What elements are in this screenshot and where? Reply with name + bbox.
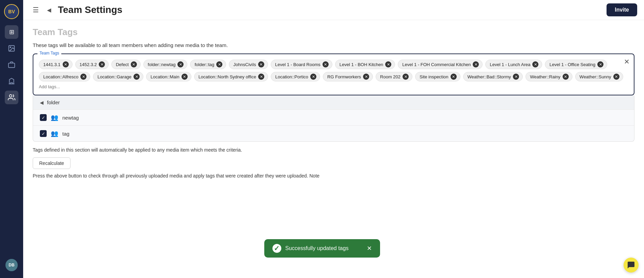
dropdown-folder-header[interactable]: ◀ folder: [33, 95, 634, 109]
tag-chip: Location::Main✕: [146, 72, 191, 81]
tag-remove-button[interactable]: ✕: [258, 61, 264, 67]
dropdown-item-newtag-label: newtag: [62, 115, 79, 121]
tag-remove-button[interactable]: ✕: [80, 74, 87, 80]
tag-remove-button[interactable]: ✕: [63, 61, 69, 67]
sidebar-avatar[interactable]: DB: [5, 259, 18, 271]
tag-remove-button[interactable]: ✕: [310, 74, 316, 80]
tag-chip: 1441.3.1✕: [39, 60, 73, 69]
tag-chip: Site inspection✕: [415, 72, 460, 81]
people-icon-newtag: 👥: [51, 114, 58, 121]
tag-chip-label: Level 1 - Board Rooms: [275, 62, 320, 67]
tag-remove-button[interactable]: ✕: [451, 74, 457, 80]
tag-remove-button[interactable]: ✕: [473, 61, 479, 67]
tag-remove-button[interactable]: ✕: [563, 74, 569, 80]
tag-remove-button[interactable]: ✕: [385, 61, 391, 67]
tag-remove-button[interactable]: ✕: [513, 74, 519, 80]
tag-remove-button[interactable]: ✕: [216, 61, 222, 67]
tag-chip-label: folder::newtag: [148, 62, 176, 67]
tag-remove-button[interactable]: ✕: [363, 74, 369, 80]
tag-remove-button[interactable]: ✕: [323, 61, 329, 67]
sidebar-item-building[interactable]: [5, 74, 18, 88]
chat-widget[interactable]: [624, 258, 639, 273]
tag-chip-label: Level 1 - FOH Commercial Kitchen: [402, 62, 471, 67]
dropdown-item-tag: ✓ 👥 tag: [33, 125, 634, 141]
tag-chip-label: Level 1 - Office Seating: [549, 62, 595, 67]
tag-remove-button[interactable]: ✕: [403, 74, 409, 80]
tag-remove-button[interactable]: ✕: [133, 74, 140, 80]
tag-remove-button[interactable]: ✕: [131, 61, 137, 67]
tag-chip-label: Site inspection: [420, 74, 449, 79]
sidebar-item-people[interactable]: [5, 91, 18, 104]
add-tags-input[interactable]: [39, 84, 96, 89]
tags-container-label: Team Tags: [37, 51, 61, 56]
page-description: These tags will be available to all team…: [33, 42, 634, 48]
sidebar-logo[interactable]: BV: [4, 4, 19, 19]
tag-chip-label: JohnsCiviIs: [233, 62, 256, 67]
tag-chip: Location::North Sydney office✕: [194, 72, 268, 81]
page-title: Team Settings: [58, 4, 607, 15]
checkbox-tag[interactable]: ✓: [40, 130, 47, 137]
tag-chip-label: Weather::Rainy: [530, 74, 560, 79]
invite-button[interactable]: Invite: [607, 3, 637, 16]
tag-chip-label: RG Formworkers: [327, 74, 361, 79]
tags-area: 1441.3.1✕1452.3.2✕Defect✕folder::newtag✕…: [39, 60, 628, 89]
tag-chip-label: Location::Alfresco: [43, 74, 78, 79]
main-content: ☰ ◀ Team Settings Invite Team Tags These…: [23, 0, 644, 278]
svg-rect-2: [9, 63, 15, 67]
tag-chip: Level 1 - BOH Kitchen✕: [335, 60, 395, 69]
tag-chip-label: Room 202: [380, 74, 400, 79]
back-button[interactable]: ◀: [44, 5, 54, 15]
toast-close-button[interactable]: ✕: [367, 245, 372, 252]
tag-chip: Weather::Rainy✕: [525, 72, 572, 81]
tag-chip-label: Weather::Bad::Stormy: [468, 74, 511, 79]
tags-container: Team Tags ✕ 1441.3.1✕1452.3.2✕Defect✕fol…: [33, 53, 634, 95]
tag-chip: Level 1 - Lunch Area✕: [485, 60, 542, 69]
tag-chip: Defect✕: [111, 60, 141, 69]
recalculate-button[interactable]: Recalculate: [33, 157, 70, 169]
tag-chip-label: Defect: [116, 62, 129, 67]
tag-remove-button[interactable]: ✕: [597, 61, 603, 67]
toast-message: Successfully updated tags: [285, 245, 349, 251]
tags-close-button[interactable]: ✕: [624, 58, 630, 66]
checkbox-newtag[interactable]: ✓: [40, 114, 47, 121]
tag-chip: folder::newtag✕: [143, 60, 188, 69]
tag-chip: Weather::Sunny✕: [575, 72, 623, 81]
tag-chip: folder::tag✕: [190, 60, 226, 69]
bottom-note: Press the above button to check through …: [33, 173, 634, 179]
tag-chip: Location::Portico✕: [271, 72, 320, 81]
tag-remove-button[interactable]: ✕: [182, 74, 188, 80]
tag-remove-button[interactable]: ✕: [177, 61, 184, 67]
tag-chip-label: Weather::Sunny: [580, 74, 611, 79]
sidebar-item-image[interactable]: [5, 42, 18, 55]
tag-chip: Location::Garage✕: [93, 72, 143, 81]
footer-description: Tags defined in this section will automa…: [33, 147, 634, 153]
folder-label: folder: [47, 99, 60, 105]
tag-chip-label: 1452.3.2: [80, 62, 97, 67]
toast-content: ✓ Successfully updated tags: [272, 244, 349, 253]
tag-chip: Weather::Bad::Stormy✕: [463, 72, 523, 81]
tag-chip: Level 1 - FOH Commercial Kitchen✕: [398, 60, 483, 69]
svg-point-1: [10, 47, 11, 48]
toast-check-icon: ✓: [272, 244, 281, 253]
tag-chip-label: 1441.3.1: [43, 62, 61, 67]
tag-chip-label: Location::Main: [151, 74, 179, 79]
chevron-left-icon: ◀: [40, 100, 44, 105]
sidebar-item-briefcase[interactable]: [5, 58, 18, 72]
tag-remove-button[interactable]: ✕: [532, 61, 538, 67]
tag-remove-button[interactable]: ✕: [613, 74, 619, 80]
tag-chip: 1452.3.2✕: [75, 60, 109, 69]
tag-remove-button[interactable]: ✕: [99, 61, 105, 67]
menu-button[interactable]: ☰: [30, 4, 42, 15]
tag-chip-label: Level 1 - BOH Kitchen: [340, 62, 383, 67]
tag-chip-label: Location::Garage: [97, 74, 131, 79]
tag-chip: Level 1 - Office Seating✕: [545, 60, 607, 69]
svg-point-3: [10, 95, 12, 97]
dropdown-section: ◀ folder ✓ 👥 newtag ✓ 👥 tag: [33, 95, 634, 142]
people-icon-tag: 👥: [51, 130, 58, 137]
tag-remove-button[interactable]: ✕: [258, 74, 264, 80]
sidebar-item-grid[interactable]: ⊞: [5, 25, 18, 39]
toast-notification: ✓ Successfully updated tags ✕: [264, 239, 380, 258]
dropdown-item-tag-label: tag: [62, 131, 69, 137]
sidebar: BV ⊞ DB: [0, 0, 23, 278]
tag-chip: Room 202✕: [376, 72, 412, 81]
